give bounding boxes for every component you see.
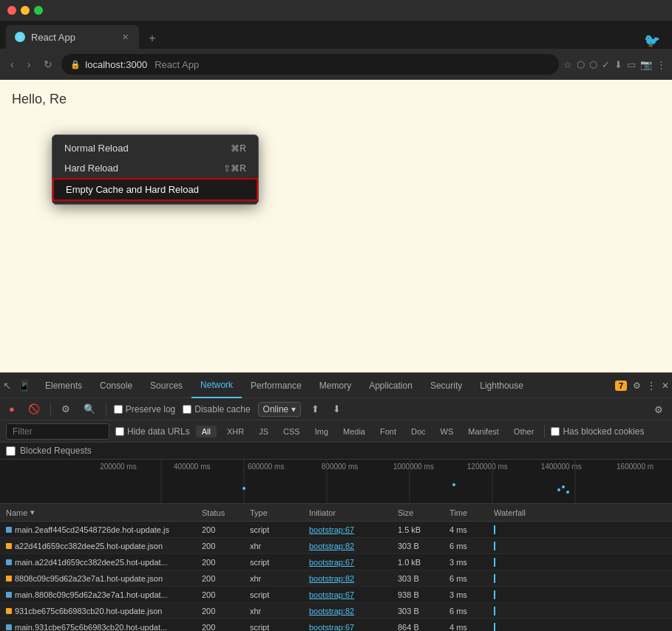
cell-initiator: bootstrap:82 <box>303 607 392 615</box>
bookmark-icon[interactable]: ☆ <box>563 59 572 70</box>
filter-media-button[interactable]: Media <box>339 426 370 437</box>
filter-manifest-button[interactable]: Manifest <box>464 426 503 437</box>
network-table: Name ▾ Status Type Initiator Size Time W… <box>0 504 672 631</box>
header-name[interactable]: Name ▾ <box>0 508 196 517</box>
context-menu-item-normal-reload[interactable]: Normal Reload ⌘R <box>52 138 258 158</box>
filter-doc-button[interactable]: Doc <box>407 426 430 437</box>
filter-css-button[interactable]: CSS <box>279 426 305 437</box>
table-row[interactable]: 8808c09c95d62a23e7a1.hot-update.json 200… <box>0 570 672 587</box>
context-menu-item-hard-reload[interactable]: Hard Reload ⇧⌘R <box>52 158 258 178</box>
svg-point-8 <box>557 488 560 491</box>
close-button[interactable] <box>7 6 16 15</box>
extension-icon-3[interactable]: ✓ <box>602 59 610 70</box>
initiator-link[interactable]: bootstrap:82 <box>309 607 354 615</box>
filter-input[interactable] <box>6 423 109 440</box>
header-initiator[interactable]: Initiator <box>303 508 392 517</box>
filter-ws-button[interactable]: WS <box>436 426 458 437</box>
cell-initiator: bootstrap:67 <box>303 525 392 534</box>
table-row[interactable]: 931cbe675c6b6983cb20.hot-update.json 200… <box>0 603 672 619</box>
minimize-button[interactable] <box>21 6 30 15</box>
initiator-link[interactable]: bootstrap:67 <box>309 558 354 567</box>
hide-data-urls-label: Hide data URLs <box>127 426 190 437</box>
tab-performance[interactable]: Performance <box>242 373 310 398</box>
cell-size: 864 B <box>392 623 444 632</box>
tab-security[interactable]: Security <box>421 373 471 398</box>
header-waterfall[interactable]: Waterfall <box>488 508 672 517</box>
devtools-mode-icons: ↖ 📱 <box>3 380 30 392</box>
download-icon[interactable]: ⬇ <box>614 59 622 70</box>
search-icon[interactable]: 🔍 <box>81 402 98 416</box>
filter-img-button[interactable]: Img <box>310 426 333 437</box>
cell-type: xhr <box>244 607 303 615</box>
cursor-icon[interactable]: ↖ <box>3 380 12 392</box>
close-devtools-button[interactable]: ✕ <box>662 381 669 391</box>
initiator-link[interactable]: bootstrap:67 <box>309 590 354 599</box>
chevron-down-icon: ▾ <box>291 404 296 415</box>
page-content: Hello, Re <box>0 80 672 119</box>
url-field[interactable]: 🔒 localhost:3000 React App <box>61 54 559 75</box>
initiator-link[interactable]: bootstrap:82 <box>309 574 354 583</box>
clear-button[interactable]: 🚫 <box>25 402 43 416</box>
browser-tab[interactable]: ⚛ React App ✕ <box>6 25 139 49</box>
filter-js-button[interactable]: JS <box>254 426 273 437</box>
tab-sources[interactable]: Sources <box>141 373 191 398</box>
title-bar <box>0 0 672 21</box>
back-button[interactable]: ‹ <box>6 55 18 73</box>
tab-lighthouse[interactable]: Lighthouse <box>471 373 532 398</box>
filter-all-button[interactable]: All <box>196 426 217 437</box>
header-type[interactable]: Type <box>244 508 303 517</box>
header-status[interactable]: Status <box>196 508 244 517</box>
extension-icon-1[interactable]: ⬡ <box>577 59 585 70</box>
disable-cache-checkbox-label[interactable]: Disable cache <box>183 404 250 415</box>
table-row[interactable]: main.2eaff445cd24548726de.hot-update.js … <box>0 522 672 538</box>
hide-data-urls-checkbox-label[interactable]: Hide data URLs <box>115 426 190 437</box>
preserve-log-checkbox[interactable] <box>114 405 123 414</box>
table-row[interactable]: main.8808c09c95d62a23e7a1.hot-updat... 2… <box>0 587 672 603</box>
cast-icon[interactable]: ▭ <box>627 59 636 70</box>
filter-xhr-button[interactable]: XHR <box>223 426 248 437</box>
maximize-button[interactable] <box>34 6 43 15</box>
more-options-icon[interactable]: ⋮ <box>647 381 656 391</box>
new-tab-button[interactable]: + <box>142 28 163 49</box>
initiator-link[interactable]: bootstrap:67 <box>309 623 354 632</box>
tab-elements[interactable]: Elements <box>36 373 91 398</box>
cell-size: 303 B <box>392 607 444 615</box>
svg-point-6 <box>242 487 245 490</box>
tab-network[interactable]: Network <box>191 373 242 398</box>
network-settings-icon[interactable]: ⚙ <box>651 403 666 417</box>
table-row[interactable]: a22d41d659cc382dee25.hot-update.json 200… <box>0 538 672 554</box>
sort-icon: ▾ <box>30 508 35 517</box>
table-row[interactable]: main.931cbe675c6b6983cb20.hot-updat... 2… <box>0 619 672 631</box>
forward-button[interactable]: › <box>23 55 35 73</box>
record-button[interactable]: ● <box>6 402 18 416</box>
extension-icon-2[interactable]: ⬡ <box>589 59 597 70</box>
upload-icon[interactable]: ⬆ <box>308 402 322 416</box>
network-throttle-selector[interactable]: Online ▾ <box>258 402 302 417</box>
disable-cache-checkbox[interactable] <box>183 405 191 414</box>
table-row[interactable]: main.a22d41d659cc382dee25.hot-updat... 2… <box>0 554 672 570</box>
tab-application[interactable]: Application <box>360 373 421 398</box>
menu-icon[interactable]: ⋮ <box>656 59 666 70</box>
reload-button[interactable]: ↻ <box>39 55 57 73</box>
header-time[interactable]: Time <box>444 508 488 517</box>
hide-data-urls-checkbox[interactable] <box>115 427 124 436</box>
preserve-log-checkbox-label[interactable]: Preserve log <box>114 404 175 415</box>
initiator-link[interactable]: bootstrap:82 <box>309 542 354 550</box>
filter-other-button[interactable]: Other <box>509 426 539 437</box>
screenshot-icon[interactable]: 📷 <box>640 59 652 70</box>
download-icon[interactable]: ⬇ <box>330 402 344 416</box>
device-icon[interactable]: 📱 <box>18 380 30 392</box>
blocked-requests-checkbox[interactable] <box>6 446 16 456</box>
filter-font-button[interactable]: Font <box>376 426 401 437</box>
settings-icon[interactable]: ⚙ <box>633 381 641 391</box>
tab-memory[interactable]: Memory <box>310 373 360 398</box>
file-icon <box>6 559 12 565</box>
tab-console[interactable]: Console <box>91 373 141 398</box>
has-blocked-cookies-label[interactable]: Has blocked cookies <box>551 426 644 437</box>
has-blocked-cookies-checkbox[interactable] <box>551 427 560 436</box>
tab-close-button[interactable]: ✕ <box>120 32 130 42</box>
header-size[interactable]: Size <box>392 508 444 517</box>
filter-icon[interactable]: ⚙ <box>58 402 73 416</box>
context-menu-item-empty-cache[interactable]: Empty Cache and Hard Reload <box>52 178 258 201</box>
initiator-link[interactable]: bootstrap:67 <box>309 525 354 534</box>
